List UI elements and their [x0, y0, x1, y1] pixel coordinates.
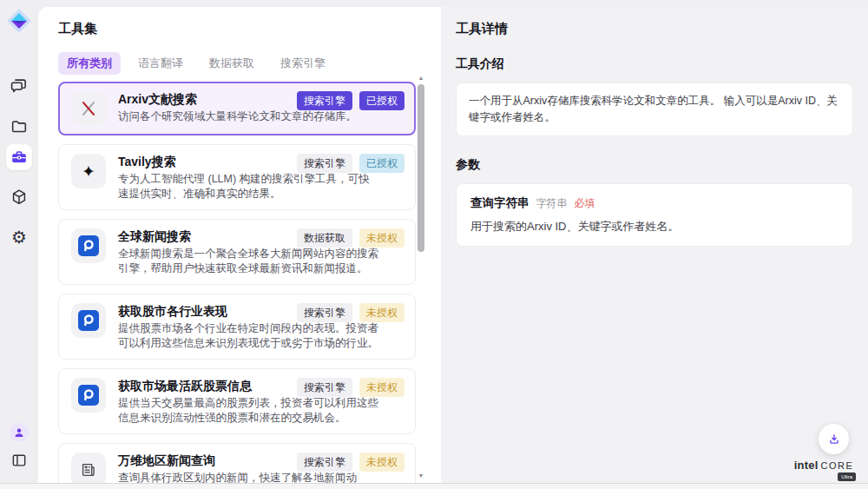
parameter-card: 查询字符串 字符串 必填 用于搜索的Arxiv ID、关键字或作者姓名。: [456, 183, 853, 247]
tool-card-arxiv[interactable]: Arxiv文献搜索 访问各个研究领域大量科学论文和文章的存储库。 搜索引擎 已授…: [58, 82, 416, 135]
tool-list-pane: 工具集 所有类别 语言翻译 数据获取 搜索引擎 A: [38, 7, 441, 489]
category-badge: 搜索引擎: [297, 91, 352, 110]
category-tabs: 所有类别 语言翻译 数据获取 搜索引擎: [58, 52, 441, 75]
app-logo-icon: [6, 8, 32, 34]
main-content: 工具集 所有类别 语言翻译 数据获取 搜索引擎 A: [38, 7, 868, 489]
tool-card-active-stocks[interactable]: 获取市场最活跃股票信息 提供当天交易量最高的股票列表，投资者可以利用这些信息来识…: [58, 368, 416, 434]
page-title: 工具集: [58, 21, 441, 37]
param-type: 字符串: [536, 196, 568, 211]
tool-description: 全球新闻搜索是一个聚合全球各大新闻网站内容的搜索引擎，帮助用户快速获取全球最新资…: [118, 247, 380, 275]
core-wordmark: core: [820, 460, 853, 471]
scroll-down-icon[interactable]: ▼: [418, 472, 424, 480]
provider-icon: [71, 378, 106, 413]
auth-status-badge: 未授权: [359, 303, 404, 322]
auth-status-badge: 未授权: [359, 228, 404, 248]
folder-icon[interactable]: [6, 114, 32, 140]
tool-card-tavily[interactable]: ✦ Tavily搜索 专为人工智能代理 (LLM) 构建的搜索引擎工具，可快速提…: [58, 144, 416, 210]
auth-status-badge: 未授权: [359, 453, 404, 472]
category-badge: 搜索引擎: [297, 154, 352, 173]
tab-data-acquisition[interactable]: 数据获取: [201, 52, 263, 75]
cube-icon[interactable]: [6, 184, 32, 210]
param-required-flag: 必填: [575, 196, 595, 211]
list-scrollbar[interactable]: ▲ ▼: [416, 74, 426, 480]
category-badge: 搜索引擎: [297, 303, 352, 322]
intel-wordmark: intel: [794, 459, 819, 472]
intel-core-logo: intel core Ultra: [790, 459, 858, 481]
tool-card-sector-performance[interactable]: 获取股市各行业表现 提供股票市场各个行业在特定时间段内的表现。投资者可以利用这些…: [58, 294, 416, 360]
window-bottom-edge: [0, 483, 868, 489]
auth-status-badge: 未授权: [359, 378, 404, 397]
gear-icon[interactable]: ⚙: [6, 224, 32, 250]
tab-language-translation[interactable]: 语言翻译: [129, 52, 192, 75]
param-description: 用于搜索的Arxiv ID、关键字或作者姓名。: [470, 219, 838, 235]
panel-toggle-icon[interactable]: [6, 447, 32, 473]
scrollbar-thumb[interactable]: [418, 84, 424, 252]
tool-intro-text: 一个用于从Arxiv存储库搜索科学论文和文章的工具。 输入可以是Arxiv ID…: [469, 95, 838, 123]
app-window: ⚙ 工具集 所有类别 语言翻译 数据获取 搜索引擎: [0, 0, 868, 489]
tab-search-engine[interactable]: 搜索引擎: [272, 52, 334, 75]
tool-description: 提供当天交易量最高的股票列表，投资者可以利用这些信息来识别流动性强的股票和潜在的…: [118, 396, 380, 425]
chat-icon[interactable]: [6, 73, 32, 99]
tool-card-regional-news[interactable]: 万维地区新闻查询 查询具体行政区划内的新闻，快速了解各地新闻动 搜索引擎 未授权: [58, 443, 416, 488]
scroll-up-icon[interactable]: ▲: [418, 74, 424, 83]
sidebar-rail: ⚙: [0, 0, 38, 489]
category-badge: 数据获取: [297, 228, 352, 248]
category-badge: 搜索引擎: [297, 453, 352, 472]
provider-icon: [71, 303, 106, 338]
tab-all-categories[interactable]: 所有类别: [58, 52, 121, 75]
tool-intro-card: 一个用于从Arxiv存储库搜索科学论文和文章的工具。 输入可以是Arxiv ID…: [456, 83, 853, 136]
ultra-badge: Ultra: [838, 472, 856, 481]
tavily-icon: ✦: [71, 154, 106, 188]
tool-description: 专为人工智能代理 (LLM) 构建的搜索引擎工具，可快速提供实时、准确和真实的结…: [118, 172, 380, 201]
tool-card-global-news[interactable]: 全球新闻搜索 全球新闻搜索是一个聚合全球各大新闻网站内容的搜索引擎，帮助用户快速…: [58, 219, 416, 285]
param-name: 查询字符串: [470, 195, 529, 211]
tool-detail-pane: 工具详情 工具介绍 一个用于从Arxiv存储库搜索科学论文和文章的工具。 输入可…: [441, 7, 868, 489]
download-button[interactable]: [819, 424, 849, 454]
user-avatar[interactable]: [10, 423, 29, 442]
news-icon: [71, 453, 106, 487]
tool-card-list: Arxiv文献搜索 访问各个研究领域大量科学论文和文章的存储库。 搜索引擎 已授…: [58, 82, 416, 488]
detail-title: 工具详情: [456, 21, 853, 37]
arxiv-icon: [71, 91, 106, 126]
provider-icon: [71, 228, 106, 263]
toolbox-icon[interactable]: [6, 144, 32, 170]
category-badge: 搜索引擎: [297, 378, 352, 397]
tool-description: 访问各个研究领域大量科学论文和文章的存储库。: [118, 109, 380, 124]
intro-heading: 工具介绍: [456, 56, 853, 72]
auth-status-badge: 已授权: [359, 154, 404, 173]
params-heading: 参数: [456, 157, 853, 173]
scrollbar-track[interactable]: [416, 83, 426, 472]
tool-description: 提供股票市场各个行业在特定时间段内的表现。投资者可以利用这些信息来识别表现优于或…: [118, 321, 380, 350]
auth-status-badge: 已授权: [359, 91, 404, 110]
